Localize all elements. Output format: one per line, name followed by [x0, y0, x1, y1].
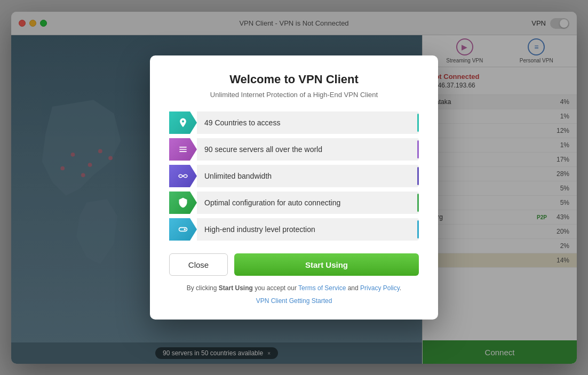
- start-using-bold: Start Using: [219, 284, 253, 292]
- close-button[interactable]: Close: [169, 253, 228, 276]
- welcome-modal: Welcome to VPN Client Unlimited Internet…: [150, 55, 438, 320]
- feature-item-servers: 90 secure servers all over the world: [169, 138, 419, 161]
- modal-title: Welcome to VPN Client: [169, 73, 419, 86]
- feature-item-countries: 49 Countries to access: [169, 111, 419, 134]
- modal-subtitle: Unlimited Internet Protection of a High-…: [169, 91, 419, 99]
- feature-label-protection: High-end industry level protection: [197, 218, 419, 241]
- feature-item-autoconnect: Optimal configuration for auto connectin…: [169, 192, 419, 214]
- feature-item-bandwidth: Unlimited bandwidth: [169, 165, 419, 187]
- feature-label-bandwidth: Unlimited bandwidth: [197, 165, 419, 187]
- autoconnect-icon: [169, 192, 197, 214]
- feature-list: 49 Countries to access 90 secure servers…: [169, 111, 419, 241]
- getting-started-link[interactable]: VPN Client Getting Started: [256, 297, 332, 305]
- bandwidth-icon: [169, 165, 197, 187]
- modal-legal-text: By clicking Start Using you accept our T…: [169, 284, 419, 292]
- getting-started-link-container: VPN Client Getting Started: [169, 297, 419, 305]
- countries-icon: [169, 111, 197, 134]
- protection-icon: [169, 218, 197, 241]
- start-using-button[interactable]: Start Using: [234, 253, 419, 276]
- terms-of-service-link[interactable]: Terms of Service: [298, 284, 346, 292]
- modal-buttons: Close Start Using: [169, 253, 419, 276]
- servers-icon: [169, 138, 197, 161]
- modal-overlay: Welcome to VPN Client Unlimited Internet…: [0, 0, 588, 375]
- feature-label-countries: 49 Countries to access: [197, 111, 419, 134]
- privacy-policy-link[interactable]: Privacy Policy: [360, 284, 400, 292]
- feature-item-protection: High-end industry level protection: [169, 218, 419, 241]
- feature-label-autoconnect: Optimal configuration for auto connectin…: [197, 192, 419, 214]
- feature-label-servers: 90 secure servers all over the world: [197, 138, 419, 161]
